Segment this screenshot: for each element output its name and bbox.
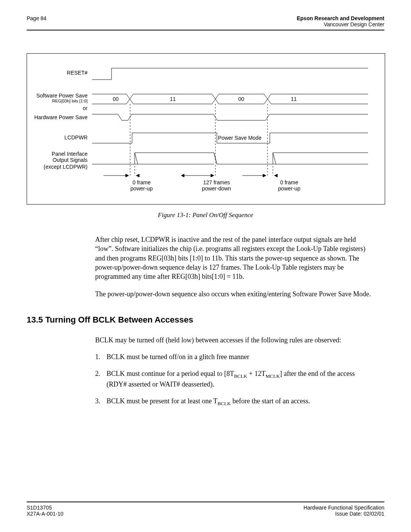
footer-left-2: X27A-A-001-10 [27, 511, 64, 517]
svg-marker-52 [136, 174, 139, 177]
svg-line-40 [135, 153, 138, 164]
callout-2-line2: power-down [202, 185, 231, 192]
figure-caption: Figure 13-1: Panel On/Off Sequence [27, 211, 384, 219]
svg-marker-48 [126, 174, 129, 177]
data-val-3: 00 [238, 96, 244, 102]
item2-sub1: BCLK [234, 373, 247, 379]
label-or: or [83, 105, 88, 111]
list-text-1: BCLK must be turned off/on in a glitch f… [107, 352, 373, 361]
header-left: Page 84 [27, 15, 46, 27]
footer-right-1: Hardware Functional Specification [304, 505, 384, 511]
label-panel-if-2: Output Signals [53, 157, 88, 163]
data-val-4: 11 [291, 96, 297, 102]
callout-3-line1: 0 frame [280, 179, 298, 185]
list-text-3: BCLK must be present for at least one TB… [107, 396, 373, 407]
list-num-3: 3. [95, 396, 107, 407]
label-lcdpwr: LCDPWR [64, 134, 88, 141]
callout-1-line2: power-up [131, 185, 153, 192]
svg-marker-59 [274, 174, 277, 177]
callout-2-line1: 127 frames [203, 179, 230, 185]
section-heading: 13.5 Turning Off BCLK Between Accesses [27, 315, 384, 325]
footer-right: Hardware Functional Specification Issue … [304, 505, 384, 517]
list-intro: BCLK may be turned off (held low) betwee… [95, 335, 373, 345]
svg-marker-55 [181, 174, 184, 177]
label-reg-bits: REG[03h] bits [1:0] [52, 99, 88, 103]
timing-diagram: RESET# Software Power Save REG[03h] bits… [27, 53, 385, 204]
paragraph-1: After chip reset, LCDPWR is inactive and… [95, 235, 373, 281]
item2-sub2: MCLK [266, 373, 280, 379]
callout-3-line2: power-up [278, 185, 301, 192]
list-num-1: 1. [95, 352, 107, 361]
svg-marker-58 [263, 174, 266, 177]
list-text-2: BCLK must continue for a period equal to… [107, 369, 373, 388]
svg-line-41 [273, 153, 276, 164]
company-name: Epson Research and Development [297, 15, 384, 21]
footer-left-1: S1D13705 [27, 505, 52, 511]
timing-diagram-svg: RESET# Software Power Save REG[03h] bits… [27, 54, 385, 204]
svg-line-15 [118, 114, 122, 120]
footer-right-2: Issue Date: 02/02/01 [335, 511, 384, 517]
list-item-1: 1. BCLK must be turned off/on in a glitc… [95, 352, 373, 361]
label-hw-power-save: Hardware Power Save [34, 114, 88, 120]
svg-line-17 [128, 114, 132, 120]
item2-mid: + 12T [247, 370, 266, 377]
page: Page 84 Epson Research and Development V… [0, 0, 411, 532]
label-sw-power-save: Software Power Save [36, 93, 88, 99]
label-power-save-mode: Power Save Mode [218, 135, 262, 141]
item3-sub: BCLK [218, 400, 231, 406]
paragraph-2: The power-up/power-down sequence also oc… [95, 289, 373, 299]
hw-power-save-waveform [92, 114, 368, 120]
item3-pre: BCLK must be present for at least one T [107, 397, 218, 405]
dimension-arrows [104, 174, 277, 177]
item3-post: before the start of an access. [231, 397, 310, 405]
label-panel-if-1: Panel Interface [52, 151, 88, 157]
page-number: Page 84 [27, 15, 46, 21]
page-footer: S1D13705 X27A-A-001-10 Hardware Function… [27, 502, 384, 517]
label-panel-if-3: (except LCDPWR) [44, 164, 88, 170]
list-num-2: 2. [95, 369, 107, 388]
data-bus-waveform [92, 94, 368, 104]
callout-1-line1: 0 frame [132, 179, 151, 185]
svg-marker-56 [211, 174, 214, 177]
list-item-2: 2. BCLK must continue for a period equal… [95, 369, 373, 388]
data-val-2: 11 [170, 96, 176, 102]
list-item-3: 3. BCLK must be present for at least one… [95, 396, 373, 407]
footer-left: S1D13705 X27A-A-001-10 [27, 505, 64, 517]
item2-pre: BCLK must continue for a period equal to… [107, 370, 234, 377]
page-header: Page 84 Epson Research and Development V… [27, 15, 384, 30]
panel-waveform [92, 153, 368, 164]
label-reset: RESET# [67, 70, 88, 76]
header-right: Epson Research and Development Vancouver… [297, 15, 384, 27]
location-name: Vancouver Design Center [324, 21, 384, 27]
data-val-1: 00 [113, 96, 119, 102]
